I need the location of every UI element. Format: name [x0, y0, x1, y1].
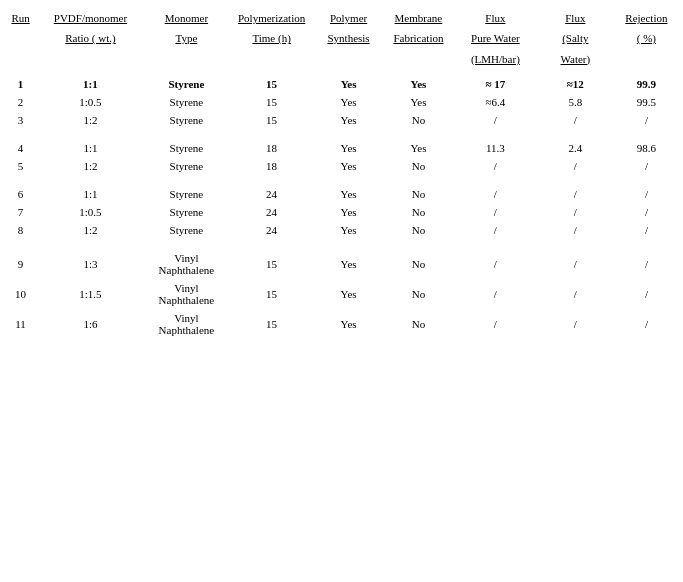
cell-rejection: /: [614, 111, 679, 129]
cell-flux-salty: /: [537, 221, 614, 239]
cell-membrane: No: [383, 203, 454, 221]
cell-poly-time: 15: [229, 249, 314, 279]
cell-poly-synth: Yes: [314, 93, 383, 111]
table-row: 21:0.5Styrene15YesYes≈6.45.899.5: [4, 93, 679, 111]
col-header-polymer-synth-blank: [314, 49, 383, 69]
cell-pvdf: 1:0.5: [37, 93, 144, 111]
cell-pvdf: 1:2: [37, 221, 144, 239]
cell-membrane: No: [383, 185, 454, 203]
cell-monomer: VinylNaphthalene: [144, 279, 229, 309]
table-header-row-2: Ratio ( wt.) Type Time (h) Synthesis Fab…: [4, 28, 679, 48]
cell-poly-time: 15: [229, 111, 314, 129]
cell-flux-salty: /: [537, 309, 614, 339]
cell-pvdf: 1:1: [37, 185, 144, 203]
cell-run: 3: [4, 111, 37, 129]
cell-run: 4: [4, 139, 37, 157]
cell-rejection: /: [614, 203, 679, 221]
table-row: 91:3VinylNaphthalene15YesNo///: [4, 249, 679, 279]
separator-row: [4, 129, 679, 139]
cell-monomer: Styrene: [144, 157, 229, 175]
cell-poly-synth: Yes: [314, 157, 383, 175]
cell-flux-salty: /: [537, 279, 614, 309]
table-row: 101:1.5VinylNaphthalene15YesNo///: [4, 279, 679, 309]
cell-monomer: Styrene: [144, 75, 229, 93]
cell-monomer: Styrene: [144, 185, 229, 203]
cell-membrane: No: [383, 279, 454, 309]
cell-membrane: Yes: [383, 75, 454, 93]
cell-rejection: /: [614, 221, 679, 239]
cell-rejection: /: [614, 249, 679, 279]
cell-pvdf: 1:1: [37, 139, 144, 157]
cell-pvdf: 1:3: [37, 249, 144, 279]
table-row: 71:0.5Styrene24YesNo///: [4, 203, 679, 221]
cell-poly-synth: Yes: [314, 75, 383, 93]
col-header-membrane-2: Fabrication: [383, 28, 454, 48]
cell-flux-salty: 5.8: [537, 93, 614, 111]
cell-poly-synth: Yes: [314, 279, 383, 309]
col-header-monomer-blank: [144, 49, 229, 69]
cell-membrane: Yes: [383, 93, 454, 111]
col-header-flux-salty-3: Water): [537, 49, 614, 69]
table-row: 31:2Styrene15YesNo///: [4, 111, 679, 129]
col-header-run: Run: [4, 8, 37, 28]
cell-rejection: 99.9: [614, 75, 679, 93]
cell-membrane: No: [383, 221, 454, 239]
cell-membrane: Yes: [383, 139, 454, 157]
cell-flux-pure: ≈6.4: [454, 93, 537, 111]
cell-rejection: 99.5: [614, 93, 679, 111]
col-header-membrane-blank: [383, 49, 454, 69]
table-row: 61:1Styrene24YesNo///: [4, 185, 679, 203]
col-header-monomer-2: Type: [144, 28, 229, 48]
cell-rejection: 98.6: [614, 139, 679, 157]
col-header-run-blank: [4, 28, 37, 48]
cell-poly-time: 18: [229, 157, 314, 175]
cell-run: 1: [4, 75, 37, 93]
cell-pvdf: 1:1.5: [37, 279, 144, 309]
col-header-run-blank2: [4, 49, 37, 69]
col-header-membrane: Membrane: [383, 8, 454, 28]
cell-poly-time: 18: [229, 139, 314, 157]
table-row: 51:2Styrene18YesNo///: [4, 157, 679, 175]
cell-rejection: /: [614, 157, 679, 175]
col-header-polymer-synth: Polymer: [314, 8, 383, 28]
separator-row: [4, 175, 679, 185]
cell-monomer: VinylNaphthalene: [144, 309, 229, 339]
cell-membrane: No: [383, 249, 454, 279]
cell-pvdf: 1:1: [37, 75, 144, 93]
cell-membrane: No: [383, 309, 454, 339]
cell-monomer: Styrene: [144, 139, 229, 157]
cell-run: 6: [4, 185, 37, 203]
col-header-poly-time: Polymerization: [229, 8, 314, 28]
cell-flux-salty: /: [537, 111, 614, 129]
cell-run: 7: [4, 203, 37, 221]
col-header-pvdf-blank: [37, 49, 144, 69]
col-header-monomer: Monomer: [144, 8, 229, 28]
cell-poly-synth: Yes: [314, 203, 383, 221]
cell-poly-synth: Yes: [314, 111, 383, 129]
cell-rejection: /: [614, 279, 679, 309]
col-header-flux-pure: Flux: [454, 8, 537, 28]
cell-flux-pure: ≈ 17: [454, 75, 537, 93]
cell-run: 8: [4, 221, 37, 239]
cell-flux-pure: /: [454, 111, 537, 129]
cell-flux-salty: 2.4: [537, 139, 614, 157]
table-row: 111:6VinylNaphthalene15YesNo///: [4, 309, 679, 339]
cell-flux-pure: /: [454, 279, 537, 309]
cell-poly-synth: Yes: [314, 139, 383, 157]
cell-monomer: VinylNaphthalene: [144, 249, 229, 279]
cell-membrane: No: [383, 157, 454, 175]
col-header-polymer-synth-2: Synthesis: [314, 28, 383, 48]
cell-flux-pure: /: [454, 309, 537, 339]
cell-flux-salty: /: [537, 249, 614, 279]
separator-row: [4, 239, 679, 249]
cell-poly-time: 24: [229, 203, 314, 221]
table-row: 41:1Styrene18YesYes11.32.498.6: [4, 139, 679, 157]
cell-poly-time: 15: [229, 309, 314, 339]
cell-flux-pure: /: [454, 157, 537, 175]
cell-flux-pure: /: [454, 249, 537, 279]
table-row: 81:2Styrene24YesNo///: [4, 221, 679, 239]
col-header-flux-pure-2: Pure Water: [454, 28, 537, 48]
col-header-flux-salty: Flux: [537, 8, 614, 28]
cell-monomer: Styrene: [144, 221, 229, 239]
cell-poly-time: 15: [229, 279, 314, 309]
